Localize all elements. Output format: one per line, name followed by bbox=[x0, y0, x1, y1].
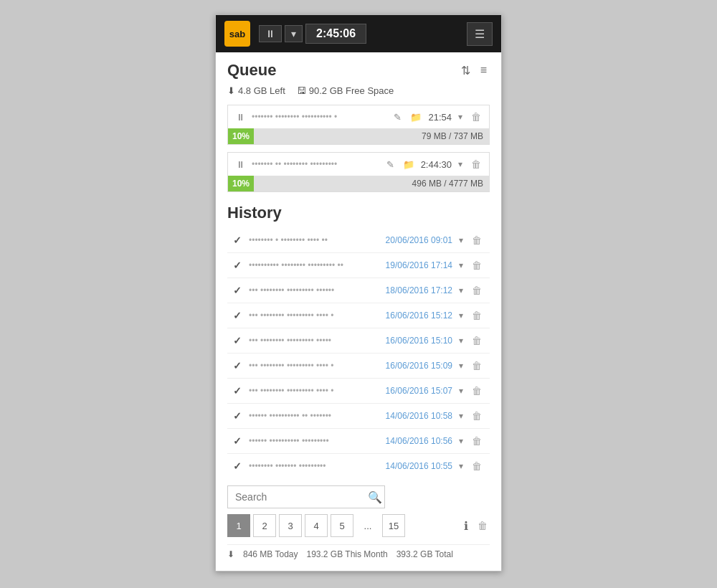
queue-item-time: 21:54 bbox=[428, 112, 452, 123]
history-item-name: •••••••• ••••••• ••••••••• bbox=[249, 461, 381, 471]
queue-item-pause-button[interactable]: ⏸ bbox=[234, 110, 247, 124]
history-item-dropdown-button[interactable]: ▾ bbox=[457, 284, 465, 297]
queue-item-delete-button[interactable]: 🗑 bbox=[469, 157, 483, 171]
check-icon: ✓ bbox=[233, 234, 244, 246]
queue-item-folder-button[interactable]: 📁 bbox=[401, 158, 417, 171]
queue-item-edit-button[interactable]: ✎ bbox=[384, 158, 397, 171]
history-item-dropdown-button[interactable]: ▾ bbox=[457, 334, 465, 347]
stat-download-icon: ⬇ bbox=[227, 549, 234, 559]
history-item-delete-button[interactable]: 🗑 bbox=[470, 258, 484, 272]
history-item: ✓ •••••• •••••••••• ••••••••• 14/06/2016… bbox=[227, 429, 490, 454]
queue-item-progress: 10% 496 MB / 4777 MB bbox=[228, 176, 489, 191]
history-item-delete-button[interactable]: 🗑 bbox=[470, 308, 484, 323]
history-item-date: 16/06/2016 15:12 bbox=[386, 310, 452, 321]
footer-total: 393.2 GB Total bbox=[397, 549, 453, 559]
history-item-name: ••• •••••••• ••••••••• ••••• bbox=[249, 336, 381, 346]
main-content: Queue ⇅ ≡ ⬇ 4.8 GB Left 🖫 90.2 GB Free S… bbox=[216, 52, 501, 571]
history-item-dropdown-button[interactable]: ▾ bbox=[457, 259, 465, 272]
queue-sort-button[interactable]: ⇅ bbox=[458, 62, 473, 79]
queue-stats: ⬇ 4.8 GB Left 🖫 90.2 GB Free Space bbox=[227, 85, 490, 96]
page-button[interactable]: 3 bbox=[279, 514, 302, 537]
history-item-delete-button[interactable]: 🗑 bbox=[470, 409, 484, 423]
history-item-delete-button[interactable]: 🗑 bbox=[470, 384, 484, 398]
queue-item-dropdown-button[interactable]: ▾ bbox=[456, 110, 465, 123]
check-icon: ✓ bbox=[233, 310, 244, 321]
history-item-dropdown-button[interactable]: ▾ bbox=[457, 460, 465, 473]
page-button[interactable]: 1 bbox=[227, 514, 250, 537]
pagination: 12345...15 ℹ 🗑 bbox=[227, 514, 490, 537]
check-icon: ✓ bbox=[233, 285, 244, 296]
search-input[interactable] bbox=[227, 485, 385, 508]
footer-month: 193.2 GB This Month bbox=[307, 549, 388, 559]
page-button[interactable]: 2 bbox=[253, 514, 276, 537]
history-item: ✓ ••• •••••••• ••••••••• •••• • 16/06/20… bbox=[227, 303, 490, 328]
history-item-name: ••• •••••••• ••••••••• •••• • bbox=[249, 386, 381, 396]
queue-item-folder-button[interactable]: 📁 bbox=[408, 110, 424, 124]
history-item: ✓ •••••••• ••••••• ••••••••• 14/06/2016 … bbox=[227, 454, 490, 478]
history-item-name: ••• •••••••• ••••••••• •••• • bbox=[249, 361, 381, 371]
queue-item-row: ⏸ ••••••• •• •••••••• ••••••••• ✎ 📁 2:44… bbox=[228, 153, 489, 176]
history-item-delete-button[interactable]: 🗑 bbox=[470, 233, 484, 247]
queue-progress-detail: 79 MB / 737 MB bbox=[422, 131, 483, 141]
queue-item-delete-button[interactable]: 🗑 bbox=[469, 110, 483, 124]
check-icon: ✓ bbox=[233, 335, 244, 346]
queue-actions: ⇅ ≡ bbox=[458, 62, 490, 79]
queue-item-pause-button[interactable]: ⏸ bbox=[234, 158, 247, 171]
history-item-delete-button[interactable]: 🗑 bbox=[470, 283, 484, 298]
queue-item-time: 2:44:30 bbox=[421, 159, 452, 170]
disk-icon: 🖫 bbox=[297, 85, 306, 96]
page-button[interactable]: 4 bbox=[305, 514, 328, 537]
history-item-dropdown-button[interactable]: ▾ bbox=[457, 309, 465, 322]
history-item: ✓ ••• •••••••• ••••••••• •••• • 16/06/20… bbox=[227, 379, 490, 404]
history-item: ✓ •••••••• • •••••••• •••• •• 20/06/2016… bbox=[227, 228, 490, 253]
queue-list-button[interactable]: ≡ bbox=[478, 62, 490, 79]
queue-stat-free: 🖫 90.2 GB Free Space bbox=[297, 85, 394, 96]
queue-free-text: 90.2 GB Free Space bbox=[309, 85, 394, 96]
logo-text: sab bbox=[229, 29, 245, 39]
history-item-dropdown-button[interactable]: ▾ bbox=[457, 384, 465, 397]
history-item-dropdown-button[interactable]: ▾ bbox=[457, 234, 465, 247]
page-button[interactable]: 5 bbox=[331, 514, 353, 537]
history-item-delete-button[interactable]: 🗑 bbox=[470, 459, 484, 473]
history-item-date: 14/06/2016 10:55 bbox=[386, 461, 452, 471]
history-delete-all-button[interactable]: 🗑 bbox=[475, 518, 490, 534]
download-icon: ⬇ bbox=[227, 85, 235, 96]
search-button[interactable]: 🔍 bbox=[368, 490, 382, 504]
timer-display: 2:45:06 bbox=[305, 24, 366, 44]
history-item-dropdown-button[interactable]: ▾ bbox=[457, 409, 465, 422]
queue-item-name: ••••••• •••••••• •••••••••• • bbox=[252, 112, 387, 122]
history-item-date: 16/06/2016 15:10 bbox=[386, 336, 452, 346]
history-item-name: •••••• •••••••••• ••••••••• bbox=[249, 436, 381, 446]
history-item-name: •••••• •••••••••• •• ••••••• bbox=[249, 411, 381, 421]
footer-today: 846 MB Today bbox=[243, 549, 298, 559]
queue-progress-bar: 10% bbox=[228, 128, 254, 144]
page-button[interactable]: 15 bbox=[382, 514, 405, 537]
queue-item-row: ⏸ ••••••• •••••••• •••••••••• • ✎ 📁 21:5… bbox=[228, 105, 489, 128]
queue-progress-detail: 496 MB / 4777 MB bbox=[412, 179, 483, 189]
dropdown-button[interactable]: ▾ bbox=[285, 25, 303, 42]
history-item-delete-button[interactable]: 🗑 bbox=[470, 333, 484, 348]
history-info-button[interactable]: ℹ bbox=[461, 518, 471, 534]
history-list: ✓ •••••••• • •••••••• •••• •• 20/06/2016… bbox=[227, 228, 490, 478]
history-item-name: ••• •••••••• ••••••••• •••••• bbox=[249, 285, 381, 295]
history-item-delete-button[interactable]: 🗑 bbox=[470, 434, 484, 448]
queue-progress-pct: 10% bbox=[232, 179, 250, 189]
history-item-delete-button[interactable]: 🗑 bbox=[470, 359, 484, 373]
history-item-dropdown-button[interactable]: ▾ bbox=[457, 435, 465, 447]
pause-button[interactable]: ⏸ bbox=[259, 25, 282, 42]
history-item-date: 20/06/2016 09:01 bbox=[386, 235, 452, 245]
history-item-date: 14/06/2016 10:58 bbox=[386, 411, 452, 421]
history-item-dropdown-button[interactable]: ▾ bbox=[457, 359, 465, 372]
queue-item-name: ••••••• •• •••••••• ••••••••• bbox=[252, 159, 380, 169]
check-icon: ✓ bbox=[233, 260, 244, 271]
queue-item-dropdown-button[interactable]: ▾ bbox=[456, 158, 465, 171]
queue-item: ⏸ ••••••• •••••••• •••••••••• • ✎ 📁 21:5… bbox=[227, 105, 490, 145]
history-item-name: ••• •••••••• ••••••••• •••• • bbox=[249, 310, 381, 321]
queue-item-edit-button[interactable]: ✎ bbox=[391, 110, 404, 124]
history-item-name: •••••••••• •••••••• ••••••••• •• bbox=[249, 260, 381, 270]
history-item-date: 19/06/2016 17:14 bbox=[386, 260, 452, 270]
menu-button[interactable]: ☰ bbox=[467, 22, 493, 46]
queue-stat-left: ⬇ 4.8 GB Left bbox=[227, 85, 285, 96]
header: sab ⏸ ▾ 2:45:06 ☰ bbox=[216, 15, 501, 52]
history-item-date: 18/06/2016 17:12 bbox=[386, 285, 452, 295]
